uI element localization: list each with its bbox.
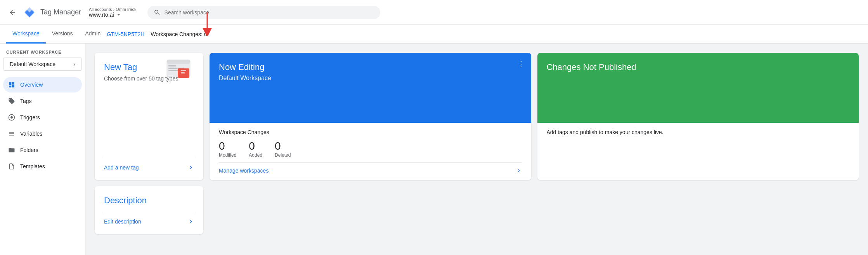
breadcrumb: All accounts › OmniTrack www.rto.ai xyxy=(89,7,136,18)
tab-workspace[interactable]: Workspace xyxy=(6,25,46,44)
new-tag-card: New Tag Choose from over 50 tag types xyxy=(95,53,203,180)
add-new-tag-link[interactable]: Add a new tag xyxy=(104,158,194,171)
sidebar-item-label-tags: Tags xyxy=(20,98,32,104)
sidebar-item-overview[interactable]: Overview xyxy=(3,77,82,93)
svg-rect-9 xyxy=(181,70,186,71)
description-title: Description xyxy=(104,196,194,206)
search-icon xyxy=(154,9,161,16)
chevron-right-icon xyxy=(188,164,194,171)
add-new-tag-label: Add a new tag xyxy=(104,164,139,171)
added-count-item: 0 Added xyxy=(249,140,262,158)
sidebar-item-folders[interactable]: Folders xyxy=(3,142,82,158)
tab-versions[interactable]: Versions xyxy=(46,25,79,44)
search-bar[interactable] xyxy=(147,6,380,19)
sidebar-item-label-templates: Templates xyxy=(20,163,45,169)
added-label: Added xyxy=(249,152,262,158)
svg-rect-10 xyxy=(181,72,185,73)
manage-workspaces-label: Manage workspaces xyxy=(219,168,269,174)
changes-not-published-title: Changes Not Published xyxy=(547,62,850,72)
svg-point-2 xyxy=(10,116,13,119)
modified-label: Modified xyxy=(219,152,236,158)
chevron-right-icon-desc xyxy=(188,218,194,225)
triggers-icon xyxy=(8,114,16,121)
folders-icon xyxy=(8,146,16,154)
workspace-changes-count: Workspace Changes: 0 xyxy=(151,31,207,37)
tags-icon xyxy=(8,97,16,105)
sidebar-item-label-folders: Folders xyxy=(20,147,38,153)
deleted-count-item: 0 Deleted xyxy=(275,140,291,158)
new-tag-illustration xyxy=(166,59,197,84)
description-card: Description Edit description xyxy=(95,186,203,234)
now-editing-top: Now Editing Default Workspace ⋮ xyxy=(210,53,531,123)
sidebar-item-templates[interactable]: Templates xyxy=(3,159,82,174)
top-header: Tag Manager All accounts › OmniTrack www… xyxy=(0,0,868,25)
sidebar-nav: Overview Tags Triggers Var xyxy=(0,77,85,174)
workspace-changes-section: Workspace Changes 0 Modified 0 Added xyxy=(219,129,522,158)
deleted-label: Deleted xyxy=(275,152,291,158)
changes-description: Add tags and publish to make your change… xyxy=(547,129,664,135)
breadcrumb-top: All accounts › OmniTrack xyxy=(89,7,136,12)
edit-description-link[interactable]: Edit description xyxy=(104,212,194,225)
variables-icon xyxy=(8,130,16,138)
google-logo xyxy=(23,6,36,19)
added-count: 0 xyxy=(249,140,255,152)
edit-description-label: Edit description xyxy=(104,218,141,225)
workspace-name: Default Workspace xyxy=(10,61,55,67)
chevron-right-icon-manage xyxy=(516,168,522,174)
search-input[interactable] xyxy=(165,9,374,16)
back-button[interactable] xyxy=(6,6,19,19)
chevron-down-icon xyxy=(116,12,122,18)
breadcrumb-domain: www.rto.ai xyxy=(89,12,114,18)
content: New Tag Choose from over 50 tag types xyxy=(85,44,868,255)
manage-workspaces-link[interactable]: Manage workspaces xyxy=(219,162,522,174)
changes-not-published-top: Changes Not Published xyxy=(537,53,859,123)
now-editing-menu-button[interactable]: ⋮ xyxy=(517,59,525,68)
sidebar-item-label-triggers: Triggers xyxy=(20,114,40,121)
breadcrumb-bottom[interactable]: www.rto.ai xyxy=(89,12,136,18)
overview-icon xyxy=(8,81,16,89)
deleted-count: 0 xyxy=(275,140,281,152)
sidebar: CURRENT WORKSPACE Default Workspace › Ov… xyxy=(0,44,85,255)
tab-admin[interactable]: Admin xyxy=(79,25,107,44)
modified-count: 0 xyxy=(219,140,225,152)
workspace-changes-counts: 0 Modified 0 Added 0 Deleted xyxy=(219,140,522,158)
sidebar-item-triggers[interactable]: Triggers xyxy=(3,110,82,125)
sidebar-item-label-variables: Variables xyxy=(20,131,42,137)
sidebar-item-variables[interactable]: Variables xyxy=(3,126,82,141)
changes-not-published-card: Changes Not Published Add tags and publi… xyxy=(537,53,859,180)
nav-tabs: Workspace Versions Admin GTM-5NP5T2H Wor… xyxy=(0,25,868,44)
workspace-changes-label: Workspace Changes xyxy=(219,129,522,135)
workspace-selector[interactable]: Default Workspace › xyxy=(3,58,82,71)
tag-illustration-svg xyxy=(166,59,197,82)
workspace-chevron-icon: › xyxy=(73,61,75,67)
templates-icon xyxy=(8,162,16,170)
nav-right: GTM-5NP5T2H Workspace Changes: 0 xyxy=(107,31,207,37)
current-workspace-label: CURRENT WORKSPACE xyxy=(0,50,85,58)
cards-row-top: New Tag Choose from over 50 tag types xyxy=(95,53,859,180)
sidebar-item-tags[interactable]: Tags xyxy=(3,93,82,109)
now-editing-bottom: Workspace Changes 0 Modified 0 Added xyxy=(210,123,531,180)
svg-rect-4 xyxy=(167,60,190,64)
changes-not-published-bottom: Add tags and publish to make your change… xyxy=(537,123,859,180)
app-title: Tag Manager xyxy=(40,8,81,16)
sidebar-item-label-overview: Overview xyxy=(20,82,43,88)
main-layout: CURRENT WORKSPACE Default Workspace › Ov… xyxy=(0,44,868,255)
now-editing-card: Now Editing Default Workspace ⋮ Workspac… xyxy=(210,53,531,180)
cards-row-bottom: Description Edit description xyxy=(95,186,859,234)
now-editing-subtitle: Default Workspace xyxy=(219,75,522,82)
gtm-id[interactable]: GTM-5NP5T2H xyxy=(107,31,144,37)
now-editing-title: Now Editing xyxy=(219,62,522,72)
svg-rect-5 xyxy=(168,65,176,66)
modified-count-item: 0 Modified xyxy=(219,140,236,158)
